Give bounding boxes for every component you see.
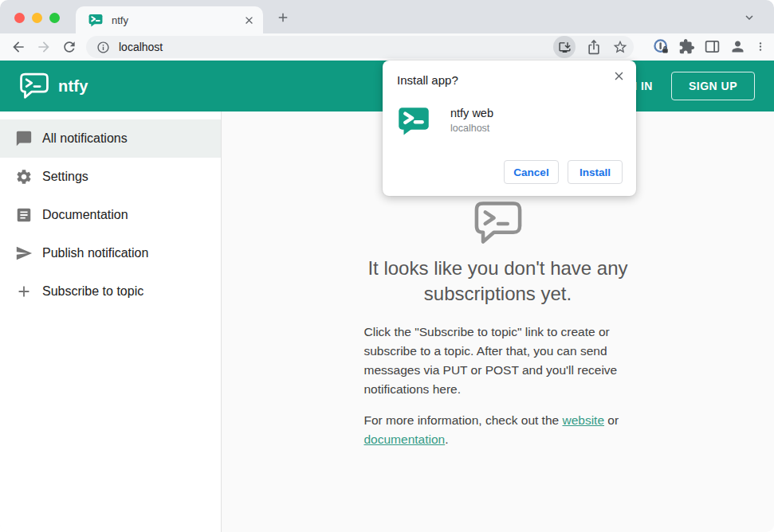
app-title: ntfy: [58, 77, 88, 96]
close-tab-icon[interactable]: [243, 14, 255, 26]
forward-button[interactable]: [36, 39, 52, 55]
address-text[interactable]: localhost: [119, 41, 553, 53]
app-name: ntfy web: [450, 107, 493, 119]
sidebar-item-publish-notification[interactable]: Publish notification: [0, 234, 221, 272]
article-icon: [15, 206, 33, 224]
chat-icon: [15, 130, 33, 147]
install-app-dialog: Install app? ntfy web localhost Cancel I…: [383, 61, 636, 196]
sidebar-item-settings[interactable]: Settings: [0, 158, 221, 196]
macos-close-button[interactable]: [14, 13, 25, 23]
cancel-button[interactable]: Cancel: [504, 160, 559, 184]
empty-state-heading: It looks like you don't have any subscri…: [367, 256, 627, 307]
install-button[interactable]: Install: [568, 160, 623, 184]
browser-window: ntfy localhost: [0, 0, 774, 532]
ntfy-empty-state-icon: [473, 201, 523, 245]
ntfy-logo-icon: [19, 72, 49, 100]
empty-state-description: Click the "Subscribe to topic" link to c…: [364, 323, 632, 449]
browser-menu-icon[interactable]: [755, 38, 766, 55]
address-bar[interactable]: localhost: [86, 36, 634, 58]
sidebar-item-label: Publish notification: [42, 246, 148, 260]
back-button[interactable]: [10, 39, 26, 55]
site-info-icon[interactable]: [96, 41, 110, 54]
send-icon: [15, 244, 33, 262]
reload-button[interactable]: [61, 39, 77, 55]
sidebar-item-label: All notifications: [42, 131, 128, 146]
app-origin: localhost: [450, 123, 493, 134]
tab-strip: ntfy: [0, 0, 774, 33]
share-icon[interactable]: [586, 39, 602, 55]
app-info: ntfy web localhost: [450, 107, 493, 134]
gear-icon: [15, 168, 33, 186]
browser-toolbar: localhost: [0, 33, 774, 61]
macos-maximize-button[interactable]: [49, 13, 60, 23]
sidebar-item-all-notifications[interactable]: All notifications: [0, 119, 221, 158]
tab-search-chevron-icon[interactable]: [742, 10, 756, 25]
close-icon[interactable]: [612, 69, 626, 83]
ntfy-app-icon: [398, 105, 430, 137]
more-info-paragraph: For more information, check out the webs…: [364, 411, 632, 449]
bookmark-star-icon[interactable]: [612, 39, 628, 55]
macos-minimize-button[interactable]: [32, 13, 42, 23]
new-tab-button[interactable]: [276, 10, 290, 25]
side-panel-icon[interactable]: [704, 38, 721, 55]
profile-avatar-icon[interactable]: [729, 38, 746, 55]
documentation-link[interactable]: documentation: [364, 432, 446, 446]
sidebar: All notifications Settings Documentation…: [0, 111, 222, 532]
ntfy-favicon-icon: [88, 14, 103, 27]
sidebar-item-label: Settings: [42, 170, 88, 184]
sidebar-item-documentation[interactable]: Documentation: [0, 196, 221, 234]
sidebar-item-label: Subscribe to topic: [42, 284, 143, 299]
sidebar-item-subscribe-to-topic[interactable]: Subscribe to topic: [0, 272, 221, 311]
install-app-button[interactable]: [553, 36, 576, 58]
sidebar-item-label: Documentation: [42, 208, 128, 222]
plus-icon: [15, 283, 33, 300]
sign-up-button[interactable]: SIGN UP: [671, 72, 755, 100]
website-link[interactable]: website: [562, 413, 604, 427]
tab-ntfy[interactable]: ntfy: [76, 6, 263, 33]
dialog-title: Install app?: [397, 73, 458, 87]
extensions-puzzle-icon[interactable]: [678, 38, 695, 55]
password-manager-extension-icon[interactable]: [653, 38, 670, 55]
tab-title: ntfy: [112, 14, 243, 26]
